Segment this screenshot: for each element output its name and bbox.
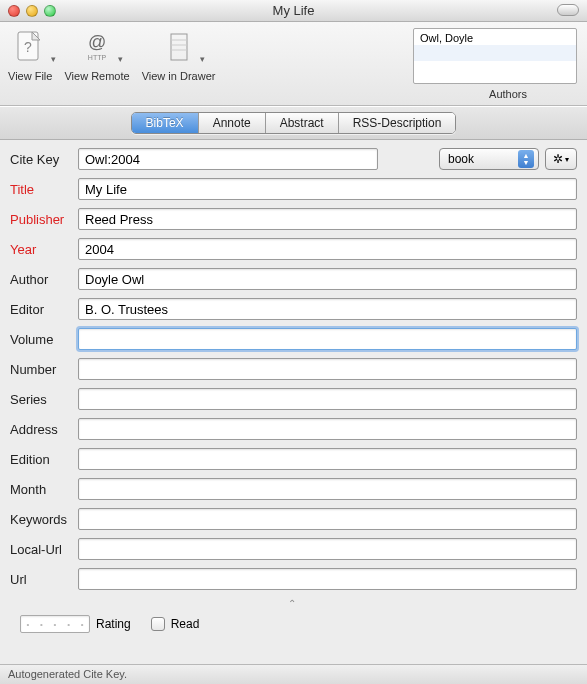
tabs-segmented: BibTeX Annote Abstract RSS-Description bbox=[131, 112, 457, 134]
drawer-icon: ▾ bbox=[157, 26, 201, 68]
publisher-input[interactable] bbox=[78, 208, 577, 230]
citekey-input[interactable] bbox=[78, 148, 378, 170]
address-input[interactable] bbox=[78, 418, 577, 440]
svg-text:HTTP: HTTP bbox=[88, 54, 107, 61]
url-label: Url bbox=[10, 572, 78, 587]
view-remote-label: View Remote bbox=[64, 70, 129, 82]
author-label: Author bbox=[10, 272, 78, 287]
series-input[interactable] bbox=[78, 388, 577, 410]
tab-abstract[interactable]: Abstract bbox=[266, 113, 339, 133]
view-in-drawer-button[interactable]: ▾ View in Drawer bbox=[142, 26, 216, 82]
svg-rect-4 bbox=[171, 34, 187, 60]
view-file-button[interactable]: ? ▾ View File bbox=[8, 26, 52, 82]
tabs-strip: BibTeX Annote Abstract RSS-Description bbox=[0, 106, 587, 140]
keywords-input[interactable] bbox=[78, 508, 577, 530]
year-label: Year bbox=[10, 242, 78, 257]
tab-bibtex[interactable]: BibTeX bbox=[132, 113, 199, 133]
read-label: Read bbox=[171, 617, 200, 631]
editor-label: Editor bbox=[10, 302, 78, 317]
url-input[interactable] bbox=[78, 568, 577, 590]
volume-label: Volume bbox=[10, 332, 78, 347]
month-label: Month bbox=[10, 482, 78, 497]
minimize-window-button[interactable] bbox=[26, 5, 38, 17]
read-checkbox[interactable] bbox=[151, 617, 165, 631]
number-label: Number bbox=[10, 362, 78, 377]
file-icon: ? ▾ bbox=[8, 26, 52, 68]
citekey-label: Cite Key bbox=[10, 152, 78, 167]
view-in-drawer-label: View in Drawer bbox=[142, 70, 216, 82]
chevron-down-icon: ▾ bbox=[565, 155, 569, 164]
editor-input[interactable] bbox=[78, 298, 577, 320]
edition-label: Edition bbox=[10, 452, 78, 467]
status-text: Autogenerated Cite Key. bbox=[8, 668, 127, 680]
edition-input[interactable] bbox=[78, 448, 577, 470]
keywords-label: Keywords bbox=[10, 512, 78, 527]
address-label: Address bbox=[10, 422, 78, 437]
window-controls bbox=[8, 5, 56, 17]
view-file-label: View File bbox=[8, 70, 52, 82]
year-input[interactable] bbox=[78, 238, 577, 260]
gear-icon: ✲ bbox=[553, 152, 563, 166]
zoom-window-button[interactable] bbox=[44, 5, 56, 17]
entry-type-select[interactable]: book ▲▼ bbox=[439, 148, 539, 170]
rating-label: Rating bbox=[96, 617, 131, 631]
authors-caption: Authors bbox=[489, 88, 527, 100]
authors-list-item bbox=[414, 61, 576, 77]
status-bar: Autogenerated Cite Key. bbox=[0, 664, 587, 684]
localurl-input[interactable] bbox=[78, 538, 577, 560]
volume-input[interactable] bbox=[78, 328, 577, 350]
publisher-label: Publisher bbox=[10, 212, 78, 227]
window-title: My Life bbox=[0, 3, 587, 18]
form-area: Cite Key book ▲▼ ✲▾ Title Publisher Year… bbox=[0, 140, 587, 643]
at-http-icon: @HTTP ▾ bbox=[75, 26, 119, 68]
action-menu-button[interactable]: ✲▾ bbox=[545, 148, 577, 170]
author-input[interactable] bbox=[78, 268, 577, 290]
close-window-button[interactable] bbox=[8, 5, 20, 17]
authors-list-item bbox=[414, 45, 576, 61]
svg-text:@: @ bbox=[88, 32, 106, 52]
split-grabber[interactable]: ⌃ bbox=[10, 598, 577, 609]
toolbar: ? ▾ View File @HTTP ▾ View Remote ▾ View… bbox=[0, 22, 587, 106]
bottom-bar: ••••• Rating Read bbox=[10, 609, 577, 639]
tab-rss-description[interactable]: RSS-Description bbox=[339, 113, 456, 133]
entry-type-value: book bbox=[448, 152, 474, 166]
tab-annote[interactable]: Annote bbox=[199, 113, 266, 133]
localurl-label: Local-Url bbox=[10, 542, 78, 557]
svg-text:?: ? bbox=[24, 39, 32, 55]
toolbar-toggle-pill[interactable] bbox=[557, 4, 579, 16]
title-input[interactable] bbox=[78, 178, 577, 200]
number-input[interactable] bbox=[78, 358, 577, 380]
authors-list[interactable]: Owl, Doyle bbox=[413, 28, 577, 84]
view-remote-button[interactable]: @HTTP ▾ View Remote bbox=[64, 26, 129, 82]
rating-control[interactable]: ••••• bbox=[20, 615, 90, 633]
month-input[interactable] bbox=[78, 478, 577, 500]
title-label: Title bbox=[10, 182, 78, 197]
updown-arrows-icon: ▲▼ bbox=[518, 150, 534, 168]
authors-list-item[interactable]: Owl, Doyle bbox=[414, 29, 576, 45]
series-label: Series bbox=[10, 392, 78, 407]
titlebar: My Life bbox=[0, 0, 587, 22]
